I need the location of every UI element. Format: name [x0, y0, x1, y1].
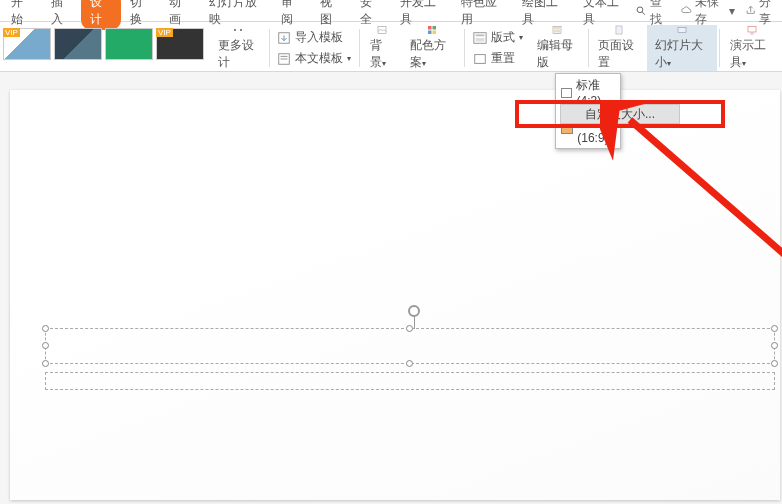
more-designs-button[interactable]: 更多设计 [210, 25, 267, 71]
subtitle-placeholder[interactable] [45, 372, 775, 390]
separator [359, 29, 360, 67]
svg-rect-21 [748, 27, 756, 33]
separator [464, 29, 465, 67]
import-template-label: 导入模板 [295, 29, 343, 46]
page-setup-button[interactable]: 页面设置 [590, 25, 647, 71]
body-template-button[interactable]: 本文模板▾ [277, 50, 351, 67]
svg-line-1 [642, 12, 645, 15]
layout-button[interactable]: 版式▾ [473, 29, 523, 46]
import-template-button[interactable]: 导入模板 [277, 29, 351, 46]
svg-rect-19 [617, 27, 621, 33]
color-scheme-label: 配色方案 [410, 38, 446, 69]
import-icon [277, 31, 291, 45]
page-setup-label: 页面设置 [598, 37, 639, 71]
page-setup-icon [610, 25, 628, 35]
body-template-icon [277, 52, 291, 66]
search-button[interactable]: 查找 [635, 0, 670, 28]
template-gallery [0, 25, 210, 71]
share-button[interactable]: 分享 [745, 0, 780, 28]
background-button[interactable]: 背景▾ [362, 25, 402, 71]
annotation-arrow [600, 100, 782, 260]
edit-master-label: 编辑母版 [537, 37, 578, 71]
resize-handle[interactable] [42, 342, 49, 349]
svg-point-0 [637, 7, 643, 13]
title-placeholder[interactable] [45, 328, 775, 364]
ribbon: 更多设计 导入模板 本文模板▾ 背景▾ 配色方案▾ 版式▾ 重置 编辑母版 [0, 22, 782, 72]
slide-size-button[interactable]: 幻灯片大小▾ [647, 25, 717, 71]
search-label: 查找 [650, 0, 671, 28]
grid-icon [230, 25, 246, 35]
present-tools-button[interactable]: 演示工具▾ [722, 25, 782, 71]
template-thumb-1[interactable] [3, 28, 51, 60]
present-tools-label: 演示工具 [730, 38, 766, 69]
svg-rect-14 [475, 54, 486, 63]
reset-label: 重置 [491, 50, 515, 67]
background-icon [373, 25, 391, 35]
edit-master-button[interactable]: 编辑母版 [529, 25, 586, 71]
color-scheme-button[interactable]: 配色方案▾ [402, 25, 462, 71]
layout-label: 版式 [491, 29, 515, 46]
present-icon [743, 25, 761, 35]
separator [588, 29, 589, 67]
layout-group: 版式▾ 重置 [467, 25, 529, 71]
resize-handle[interactable] [406, 360, 413, 367]
svg-rect-9 [428, 31, 432, 35]
svg-rect-17 [554, 30, 560, 33]
reset-icon [473, 52, 487, 66]
aspect-4-3-icon [561, 88, 572, 98]
template-thumb-2[interactable] [54, 28, 102, 60]
template-thumb-4[interactable] [156, 28, 204, 60]
svg-rect-10 [433, 31, 437, 35]
palette-icon [423, 25, 441, 35]
background-label: 背景 [370, 38, 382, 69]
template-group: 导入模板 本文模板▾ [271, 25, 357, 71]
reset-button[interactable]: 重置 [473, 50, 523, 67]
svg-rect-8 [433, 26, 437, 30]
save-status-label: 未保存 [695, 0, 726, 28]
resize-handle[interactable] [42, 325, 49, 332]
search-icon [635, 4, 646, 17]
save-status[interactable]: 未保存▾ [681, 0, 735, 28]
resize-handle[interactable] [771, 342, 778, 349]
resize-handle[interactable] [771, 325, 778, 332]
share-label: 分享 [759, 0, 780, 28]
layout-icon [473, 31, 487, 45]
menu-bar: 开始 插入 设计 切换 动画 幻灯片放映 审阅 视图 安全 开发工具 特色应用 … [0, 0, 782, 22]
svg-rect-20 [678, 28, 686, 33]
edit-master-icon [548, 25, 566, 35]
template-thumb-3[interactable] [105, 28, 153, 60]
resize-handle[interactable] [42, 360, 49, 367]
svg-line-24 [630, 120, 782, 255]
resize-handle[interactable] [406, 325, 413, 332]
slide-size-label: 幻灯片大小 [655, 38, 703, 69]
cloud-icon [681, 4, 692, 17]
menu-right: 查找 未保存▾ 分享 [635, 0, 780, 28]
svg-rect-16 [554, 28, 560, 29]
slide-size-icon [673, 25, 691, 35]
body-template-label: 本文模板 [295, 50, 343, 67]
svg-rect-12 [476, 34, 485, 36]
share-icon [745, 4, 756, 17]
resize-handle[interactable] [771, 360, 778, 367]
svg-rect-7 [428, 26, 432, 30]
more-designs-label: 更多设计 [218, 37, 259, 71]
separator [269, 29, 270, 67]
separator [719, 29, 720, 67]
svg-rect-13 [476, 38, 485, 42]
